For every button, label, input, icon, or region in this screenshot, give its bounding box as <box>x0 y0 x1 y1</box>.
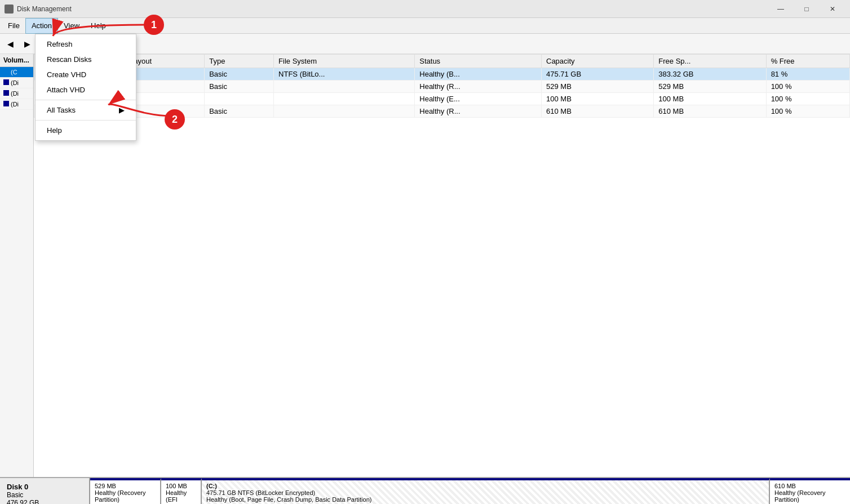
cell-filesystem: NTFS (BitLo... <box>274 68 415 81</box>
cell-percentfree: 100 % <box>766 81 849 93</box>
table-row[interactable]: (C:)BasicNTFS (BitLo...Healthy (B...475.… <box>34 68 850 81</box>
item-indicator <box>3 90 9 96</box>
partition-recovery-2[interactable]: 610 MB Healthy (Recovery Partition) <box>770 478 850 504</box>
col-type[interactable]: Type <box>205 55 274 68</box>
cell-percentfree: 81 % <box>766 68 849 81</box>
table-row[interactable]: (Di...BasicHealthy (R...529 MB529 MB100 … <box>34 81 850 93</box>
cell-capacity: 610 MB <box>542 105 654 118</box>
cell-layout <box>125 93 205 105</box>
partition-status-3: Healthy (Boot, Page File, Crash Dump, Ba… <box>206 496 764 503</box>
cell-type <box>205 93 274 105</box>
cell-capacity: 529 MB <box>542 81 654 93</box>
partition-recovery-1[interactable]: 529 MB Healthy (Recovery Partition) <box>90 478 161 504</box>
volume-list-header: Volum... <box>0 54 33 67</box>
minimize-button[interactable]: — <box>768 0 794 18</box>
partition-size-1: 529 MB <box>95 483 156 489</box>
toolbar-forward[interactable]: ▶ <box>19 36 35 52</box>
cell-type: Basic <box>205 105 274 118</box>
callout-2: 2 <box>165 109 185 130</box>
col-layout[interactable]: Layout <box>125 55 205 68</box>
partition-status-1: Healthy (Recovery Partition) <box>95 489 156 503</box>
partition-size-4: 610 MB <box>774 483 845 489</box>
item-indicator <box>3 101 9 106</box>
cell-status: Healthy (R... <box>415 105 542 118</box>
cell-type: Basic <box>205 68 274 81</box>
menu-item-help[interactable]: Help <box>36 123 136 138</box>
menu-item-all-tasks[interactable]: All Tasks ▶ <box>36 102 136 118</box>
window-controls: — □ ✕ <box>768 0 845 18</box>
disk-label: Disk 0 Basic 476.92 GB Online <box>0 478 90 504</box>
cell-filesystem <box>274 93 415 105</box>
partition-status-4: Healthy (Recovery Partition) <box>774 489 845 503</box>
cell-freespace: 529 MB <box>654 81 766 93</box>
window-title: Disk Management <box>17 5 72 13</box>
cell-layout <box>125 81 205 93</box>
partition-status-2: Healthy (EFI System Pa... <box>166 489 196 504</box>
action-dropdown-menu: Refresh Rescan Disks Create VHD Attach V… <box>35 34 136 141</box>
disk-name: Disk 0 <box>7 483 82 491</box>
partition-size-2: 100 MB <box>166 483 196 489</box>
menu-action[interactable]: Action <box>25 18 58 34</box>
menu-separator-2 <box>36 120 136 121</box>
cell-capacity: 475.71 GB <box>542 68 654 81</box>
menu-file[interactable]: File <box>2 18 25 34</box>
left-panel-item-c[interactable]: (C <box>0 67 33 78</box>
volume-list-panel: Volum... (C (Di (Di (Di <box>0 54 34 477</box>
maximize-button[interactable]: □ <box>794 0 820 18</box>
cell-filesystem <box>274 81 415 93</box>
cell-filesystem <box>274 105 415 118</box>
cell-freespace: 383.32 GB <box>654 68 766 81</box>
toolbar-back[interactable]: ◀ <box>2 36 18 52</box>
cell-status: Healthy (B... <box>415 68 542 81</box>
partition-size-3: 475.71 GB NTFS (BitLocker Encrypted) <box>206 489 764 496</box>
disk-view-panel: Disk 0 Basic 476.92 GB Online 529 MB Hea… <box>0 477 850 504</box>
disk-table: Volum... Layout Type File System Status … <box>34 54 850 118</box>
partition-main[interactable]: (C:) 475.71 GB NTFS (BitLocker Encrypted… <box>202 478 770 504</box>
col-status[interactable]: Status <box>415 55 542 68</box>
cell-percentfree: 100 % <box>766 93 849 105</box>
cell-type: Basic <box>205 81 274 93</box>
menu-item-create-vhd[interactable]: Create VHD <box>36 67 136 82</box>
col-filesystem[interactable]: File System <box>274 55 415 68</box>
item-indicator <box>3 69 9 74</box>
menu-separator <box>36 100 136 100</box>
cell-status: Healthy (E... <box>415 93 542 105</box>
cell-capacity: 100 MB <box>542 93 654 105</box>
title-bar: Disk Management — □ ✕ <box>0 0 850 18</box>
disk-partitions: 529 MB Healthy (Recovery Partition) 100 … <box>90 478 850 504</box>
partition-efi[interactable]: 100 MB Healthy (EFI System Pa... <box>161 478 202 504</box>
left-panel-item-di3[interactable]: (Di <box>0 99 33 110</box>
menu-help[interactable]: Help <box>85 18 112 34</box>
disk-size: 476.92 GB <box>7 499 82 504</box>
col-freespace[interactable]: Free Sp... <box>654 55 766 68</box>
menu-view[interactable]: View <box>58 18 85 34</box>
menu-item-rescan[interactable]: Rescan Disks <box>36 52 136 67</box>
left-panel-item-di2[interactable]: (Di <box>0 88 33 99</box>
disk-row: Disk 0 Basic 476.92 GB Online 529 MB Hea… <box>0 478 850 504</box>
app-icon <box>5 5 14 14</box>
left-panel-item-di1[interactable]: (Di <box>0 78 33 88</box>
menu-item-attach-vhd[interactable]: Attach VHD <box>36 82 136 97</box>
partition-title-3: (C:) <box>206 483 764 489</box>
cell-layout <box>125 68 205 81</box>
menu-bar: File Action View Help Refresh Rescan Dis… <box>0 18 850 34</box>
callout-1: 1 <box>144 15 164 35</box>
table-row[interactable]: (Di...Healthy (E...100 MB100 MB100 % <box>34 93 850 105</box>
item-indicator <box>3 79 9 85</box>
col-capacity[interactable]: Capacity <box>542 55 654 68</box>
cell-freespace: 100 MB <box>654 93 766 105</box>
col-percentfree[interactable]: % Free <box>766 55 849 68</box>
disk-type: Basic <box>7 491 82 499</box>
close-button[interactable]: ✕ <box>820 0 845 18</box>
cell-freespace: 610 MB <box>654 105 766 118</box>
disk-table-area: Volum... Layout Type File System Status … <box>34 54 850 477</box>
menu-item-refresh[interactable]: Refresh <box>36 37 136 52</box>
cell-percentfree: 100 % <box>766 105 849 118</box>
table-row[interactable]: (Di...BasicHealthy (R...610 MB610 MB100 … <box>34 105 850 118</box>
cell-status: Healthy (R... <box>415 81 542 93</box>
